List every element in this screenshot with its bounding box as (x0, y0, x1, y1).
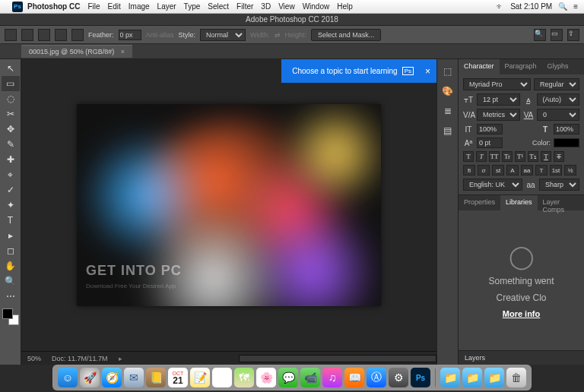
fractions-button[interactable]: ½ (564, 165, 576, 175)
kerning-select[interactable]: Metrics (477, 109, 520, 121)
menu-3d[interactable]: 3D (261, 2, 271, 11)
strikethrough-button[interactable]: Ŧ (554, 151, 564, 162)
brush-tool[interactable]: ⌖ (2, 167, 20, 182)
selection-intersect-icon[interactable] (71, 29, 84, 41)
menu-layer[interactable]: Layer (157, 2, 176, 11)
dock-reminders[interactable]: ☑ (212, 368, 232, 387)
feather-input[interactable] (119, 30, 141, 40)
menu-type[interactable]: Type (184, 2, 201, 11)
healing-tool[interactable]: ✚ (2, 152, 20, 167)
tab-close-icon[interactable]: × (121, 48, 125, 55)
tab-paragraph[interactable]: Paragraph (500, 59, 542, 74)
crop-tool[interactable]: ✥ (2, 122, 20, 137)
select-and-mask-button[interactable]: Select and Mask... (311, 29, 381, 41)
marquee-tool[interactable]: ▭ (2, 76, 20, 91)
menu-select[interactable]: Select (208, 2, 229, 11)
horizontal-scrollbar[interactable] (239, 355, 436, 362)
smallcaps-button[interactable]: Tr (502, 151, 513, 162)
dock-itunes[interactable]: ♫ (322, 368, 342, 387)
dock-safari[interactable]: 🧭 (102, 368, 122, 387)
selection-new-icon[interactable] (21, 29, 33, 41)
workspace-switcher-icon[interactable]: ▭ (551, 29, 563, 41)
document-tab[interactable]: 00015.jpg @ 50% (RGB/8#) × (21, 45, 132, 58)
menu-help[interactable]: Help (337, 2, 353, 11)
menu-edit[interactable]: Edit (108, 2, 121, 11)
subscript-button[interactable]: T₁ (528, 151, 538, 162)
discretionary-lig-button[interactable]: st (492, 165, 504, 175)
share-icon[interactable]: ⇪ (567, 29, 579, 41)
libraries-more-info-link[interactable]: More info (503, 309, 541, 318)
baseline-input[interactable] (477, 138, 503, 148)
menu-file[interactable]: File (87, 2, 100, 11)
dock-contacts[interactable]: 📒 (146, 368, 166, 387)
allcaps-button[interactable]: TT (489, 151, 500, 162)
clock[interactable]: Sat 2:10 PM (510, 2, 552, 11)
tab-character[interactable]: Character (459, 59, 500, 74)
swatches-panel-icon[interactable]: ≣ (440, 103, 455, 119)
dock-system-preferences[interactable]: ⚙ (389, 368, 408, 387)
selection-subtract-icon[interactable] (55, 29, 67, 41)
stylistic-alt-button[interactable]: aa (521, 165, 533, 175)
underline-button[interactable]: T (541, 151, 551, 162)
font-family-select[interactable]: Myriad Pro (463, 78, 531, 90)
dock-launchpad[interactable]: 🚀 (80, 368, 100, 387)
faux-bold-button[interactable]: T (463, 151, 474, 162)
hscale-input[interactable] (554, 124, 579, 134)
dock-folder-1[interactable]: 📁 (440, 368, 460, 387)
tracking-select[interactable]: 0 (537, 109, 579, 121)
eyedropper-tool[interactable]: ✎ (2, 137, 20, 152)
path-tool[interactable]: ▸ (2, 228, 20, 243)
dock-calendar[interactable]: OCT21 (168, 368, 188, 387)
dock-ibooks[interactable]: 📖 (344, 368, 364, 387)
learn-panel-icon[interactable]: ▤ (440, 123, 455, 138)
tab-glyphs[interactable]: Glyphs (542, 59, 574, 74)
layers-panel-header[interactable]: Layers (459, 350, 584, 365)
tab-libraries[interactable]: Libraries (500, 195, 538, 210)
dock-appstore[interactable]: Ⓐ (367, 368, 386, 387)
style-select[interactable]: Normal (200, 29, 246, 41)
faux-italic-button[interactable]: T (476, 151, 487, 162)
move-tool[interactable]: ↖ (2, 61, 20, 76)
color-panel-icon[interactable]: 🎨 (440, 84, 455, 99)
lasso-tool[interactable]: ◌ (2, 91, 20, 106)
quick-select-tool[interactable]: ✂ (2, 106, 20, 122)
hand-tool[interactable]: ✋ (2, 258, 20, 273)
contextual-alt-button[interactable]: σ (478, 165, 490, 175)
dock-mail[interactable]: ✉ (124, 368, 144, 387)
menu-filter[interactable]: Filter (236, 2, 253, 11)
antialias-select[interactable]: Sharp (539, 179, 579, 191)
dock-folder-2[interactable]: 📁 (462, 368, 482, 387)
document-canvas[interactable]: GET INTO PC Download Free Your Desired A… (77, 104, 381, 306)
font-style-select[interactable]: Regular (534, 78, 579, 90)
shape-tool[interactable]: ◻ (2, 243, 20, 258)
tooltip-close-icon[interactable]: × (425, 66, 430, 77)
dock-maps[interactable]: 🗺 (234, 368, 254, 387)
edit-toolbar-icon[interactable]: ⋯ (2, 289, 20, 304)
ordinals-button[interactable]: 1st (550, 165, 562, 175)
spotlight-icon[interactable]: 🔍 (558, 2, 567, 11)
dock-notes[interactable]: 📝 (190, 368, 210, 387)
menu-window[interactable]: Window (303, 2, 330, 11)
tab-properties[interactable]: Properties (459, 195, 500, 210)
wifi-icon[interactable]: ᯤ (497, 2, 504, 11)
titling-alt-button[interactable]: T (535, 165, 548, 175)
text-color-swatch[interactable] (554, 138, 579, 147)
leading-select[interactable]: (Auto) (537, 93, 580, 106)
dock-photoshop[interactable]: Ps (411, 368, 430, 387)
zoom-level[interactable]: 50% (27, 355, 41, 362)
font-size-select[interactable]: 12 pt (477, 93, 520, 106)
menu-view[interactable]: View (278, 2, 295, 11)
color-swatches[interactable] (2, 308, 19, 325)
stamp-tool[interactable]: ✓ (2, 182, 20, 198)
zoom-tool[interactable]: 🔍 (2, 273, 20, 289)
dock-trash[interactable]: 🗑 (506, 368, 526, 387)
dock-finder[interactable]: ☺ (58, 368, 78, 387)
language-select[interactable]: English: UK (463, 179, 522, 191)
menu-extras-icon[interactable]: ≡ (573, 2, 578, 11)
eraser-tool[interactable]: ✦ (2, 198, 20, 213)
menu-image[interactable]: Image (129, 2, 150, 11)
status-arrow-icon[interactable]: ▸ (119, 355, 122, 362)
ligatures-button[interactable]: fi (463, 165, 475, 175)
search-icon[interactable]: 🔍 (534, 29, 546, 41)
dock-facetime[interactable]: 📹 (300, 368, 320, 387)
